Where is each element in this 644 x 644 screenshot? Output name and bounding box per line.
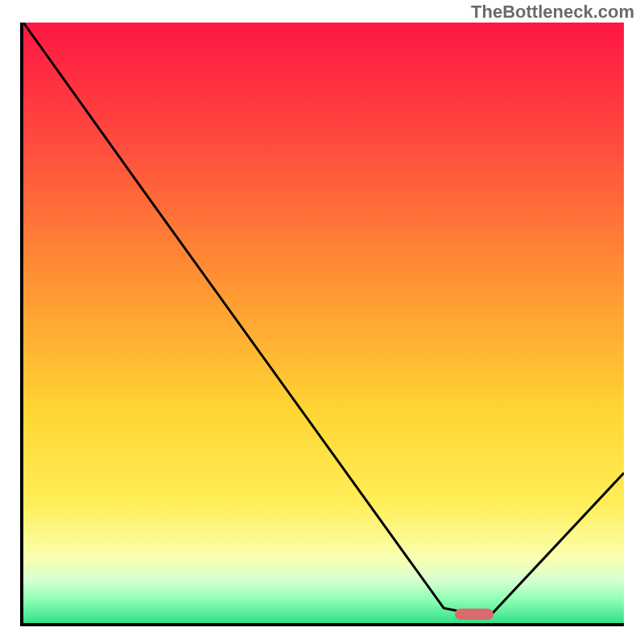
chart-plot-area — [20, 23, 624, 626]
background-gradient — [23, 23, 624, 623]
optimal-marker — [455, 609, 493, 620]
watermark-text: TheBottleneck.com — [471, 2, 634, 23]
svg-rect-0 — [23, 23, 624, 623]
